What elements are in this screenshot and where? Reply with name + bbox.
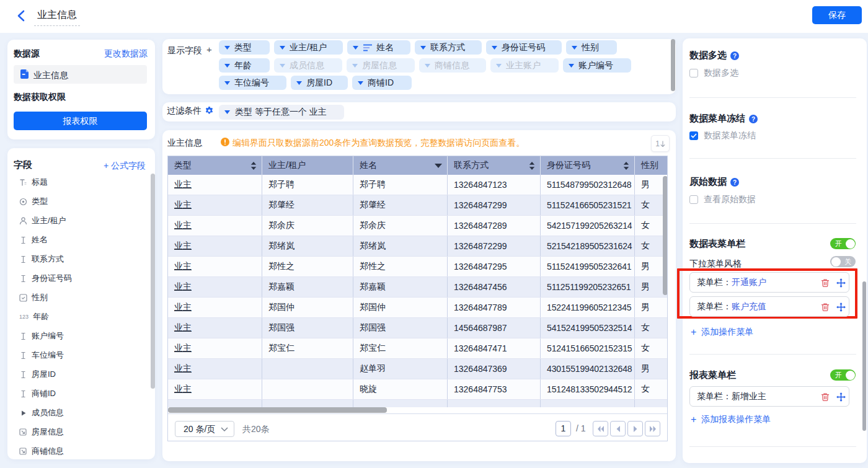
svg-text:?: ?: [733, 52, 737, 59]
svg-text:?: ?: [733, 179, 737, 185]
svg-text:?: ?: [751, 115, 755, 122]
